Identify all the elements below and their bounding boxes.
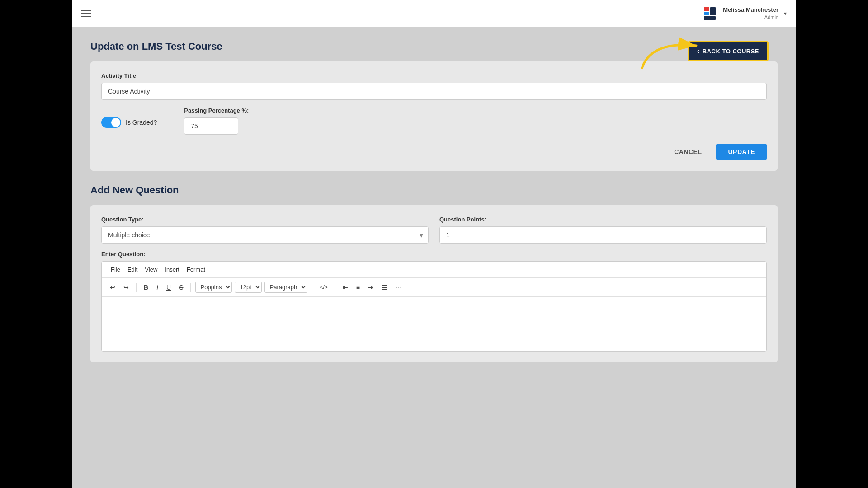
question-type-col: Question Type: Multiple choice True/Fals… <box>101 216 429 244</box>
page-area: Update on LMS Test Course ‹ BACK TO COUR… <box>72 27 796 488</box>
font-family-select[interactable]: Poppins Arial <box>195 282 232 293</box>
topbar-right: Melissa Manchester Admin ▾ <box>703 6 787 21</box>
user-dropdown-arrow[interactable]: ▾ <box>784 10 787 17</box>
user-name: Melissa Manchester <box>723 6 778 14</box>
left-panel <box>0 0 72 488</box>
back-btn-area: ‹ BACK TO COURSE <box>688 41 769 61</box>
back-btn-label: BACK TO COURSE <box>703 48 759 55</box>
svg-rect-0 <box>704 7 709 11</box>
editor-toolbar: ↩ ↪ B I U S Poppins Arial 12pt <box>102 278 766 297</box>
question-type-wrapper: Multiple choice True/False Short answer <box>101 226 429 244</box>
toolbar-sep-1 <box>136 283 137 292</box>
back-chevron: ‹ <box>697 47 700 55</box>
menu-format[interactable]: Format <box>183 265 209 274</box>
menu-file[interactable]: File <box>107 265 124 274</box>
toolbar-sep-4 <box>335 283 335 292</box>
menu-edit[interactable]: Edit <box>124 265 141 274</box>
cancel-button[interactable]: CANCEL <box>665 144 711 160</box>
passing-label: Passing Percentage %: <box>184 107 249 114</box>
align-left-button[interactable]: ⇤ <box>340 282 351 292</box>
more-options-button[interactable]: ··· <box>393 282 404 292</box>
add-question-title: Add New Question <box>90 184 778 196</box>
activity-form-card: Activity Title Is Graded? Passing Percen… <box>90 61 778 171</box>
toggle-thumb <box>111 118 120 127</box>
enter-question-label: Enter Question: <box>101 251 767 258</box>
redo-button[interactable]: ↪ <box>121 282 132 292</box>
underline-button[interactable]: U <box>164 282 174 292</box>
question-type-label: Question Type: <box>101 216 429 223</box>
font-size-select[interactable]: 12pt 14pt 16pt <box>235 282 262 293</box>
back-to-course-button[interactable]: ‹ BACK TO COURSE <box>688 41 769 61</box>
undo-button[interactable]: ↩ <box>107 282 118 292</box>
topbar: Melissa Manchester Admin ▾ <box>72 0 796 27</box>
question-type-select[interactable]: Multiple choice True/False Short answer <box>101 226 429 244</box>
page-title: Update on LMS Test Course <box>90 41 222 52</box>
editor-menubar: File Edit View Insert Format <box>102 262 766 278</box>
question-points-input[interactable] <box>439 226 767 244</box>
question-editor: File Edit View Insert Format ↩ ↪ B I U <box>101 261 767 352</box>
editor-body[interactable] <box>102 297 766 351</box>
align-center-button[interactable]: ≡ <box>354 282 363 292</box>
bold-button[interactable]: B <box>141 282 151 292</box>
update-button[interactable]: UPDATE <box>716 144 767 160</box>
is-graded-group: Is Graded? <box>101 117 157 128</box>
question-top-row: Question Type: Multiple choice True/Fals… <box>101 216 767 244</box>
form-buttons: CANCEL UPDATE <box>101 144 767 160</box>
strikethrough-button[interactable]: S <box>176 282 186 292</box>
paragraph-style-select[interactable]: Paragraph Heading 1 <box>264 282 307 293</box>
code-button[interactable]: </> <box>317 283 330 292</box>
menu-button[interactable] <box>81 10 91 17</box>
svg-rect-1 <box>704 12 709 15</box>
main-content: Melissa Manchester Admin ▾ Update on LMS… <box>72 0 796 488</box>
toolbar-sep-3 <box>312 283 312 292</box>
menu-view[interactable]: View <box>141 265 161 274</box>
activity-title-label: Activity Title <box>101 72 767 79</box>
menu-insert[interactable]: Insert <box>161 265 183 274</box>
align-justify-button[interactable]: ☰ <box>379 282 390 292</box>
italic-button[interactable]: I <box>154 282 161 292</box>
passing-percentage-input[interactable] <box>184 117 238 135</box>
toolbar-sep-2 <box>190 283 191 292</box>
question-points-label: Question Points: <box>439 216 767 223</box>
user-role: Admin <box>723 14 778 20</box>
question-form-card: Question Type: Multiple choice True/Fals… <box>90 205 778 362</box>
user-info: Melissa Manchester Admin <box>723 6 778 20</box>
passing-percentage-group: Passing Percentage %: <box>184 107 249 135</box>
activity-title-input[interactable] <box>101 83 767 100</box>
svg-rect-3 <box>704 16 716 20</box>
is-graded-toggle[interactable] <box>101 117 121 128</box>
app-logo <box>703 6 717 21</box>
svg-rect-2 <box>710 7 716 15</box>
right-panel <box>796 0 868 488</box>
question-points-col: Question Points: <box>439 216 767 244</box>
is-graded-label: Is Graded? <box>126 119 157 126</box>
align-right-button[interactable]: ⇥ <box>365 282 376 292</box>
enter-question-group: Enter Question: File Edit View Insert Fo… <box>101 251 767 352</box>
